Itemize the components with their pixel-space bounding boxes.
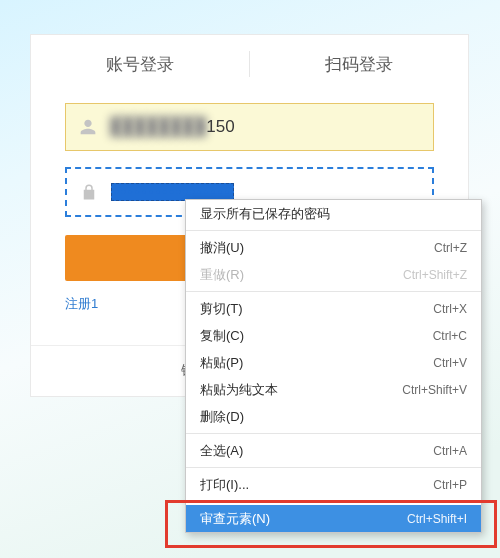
context-menu-separator: [186, 501, 481, 502]
context-menu-label: 全选(A): [200, 442, 243, 460]
username-blurred-part: ████████: [110, 117, 206, 136]
context-menu-label: 复制(C): [200, 327, 244, 345]
tab-account-login[interactable]: 账号登录: [31, 53, 249, 76]
context-menu-item[interactable]: 复制(C)Ctrl+C: [186, 322, 481, 349]
context-menu-item[interactable]: 审查元素(N)Ctrl+Shift+I: [186, 505, 481, 532]
context-menu-shortcut: Ctrl+Shift+Z: [403, 268, 467, 282]
context-menu-label: 重做(R): [200, 266, 244, 284]
context-menu-separator: [186, 291, 481, 292]
context-menu-label: 打印(I)...: [200, 476, 249, 494]
context-menu: 显示所有已保存的密码撤消(U)Ctrl+Z重做(R)Ctrl+Shift+Z剪切…: [185, 199, 482, 533]
user-icon: [66, 118, 110, 136]
context-menu-shortcut: Ctrl+X: [433, 302, 467, 316]
context-menu-label: 撤消(U): [200, 239, 244, 257]
register-link[interactable]: 注册1: [65, 296, 98, 311]
tab-qr-login[interactable]: 扫码登录: [250, 53, 468, 76]
context-menu-label: 删除(D): [200, 408, 244, 426]
context-menu-item: 重做(R)Ctrl+Shift+Z: [186, 261, 481, 288]
context-menu-item[interactable]: 显示所有已保存的密码: [186, 200, 481, 227]
lock-icon: [67, 183, 111, 201]
context-menu-item[interactable]: 删除(D): [186, 403, 481, 430]
context-menu-item[interactable]: 打印(I)...Ctrl+P: [186, 471, 481, 498]
context-menu-shortcut: Ctrl+P: [433, 478, 467, 492]
context-menu-shortcut: Ctrl+Shift+V: [402, 383, 467, 397]
context-menu-shortcut: Ctrl+C: [433, 329, 467, 343]
context-menu-label: 粘贴为纯文本: [200, 381, 278, 399]
context-menu-separator: [186, 433, 481, 434]
context-menu-shortcut: Ctrl+V: [433, 356, 467, 370]
username-field[interactable]: ████████150: [65, 103, 434, 151]
context-menu-item[interactable]: 全选(A)Ctrl+A: [186, 437, 481, 464]
context-menu-shortcut: Ctrl+A: [433, 444, 467, 458]
login-tabs: 账号登录 扫码登录: [31, 35, 468, 93]
username-value: ████████150: [110, 117, 433, 137]
context-menu-label: 显示所有已保存的密码: [200, 205, 330, 223]
context-menu-label: 审查元素(N): [200, 510, 270, 528]
context-menu-separator: [186, 467, 481, 468]
context-menu-shortcut: Ctrl+Z: [434, 241, 467, 255]
context-menu-label: 剪切(T): [200, 300, 243, 318]
context-menu-label: 粘贴(P): [200, 354, 243, 372]
context-menu-item[interactable]: 撤消(U)Ctrl+Z: [186, 234, 481, 261]
context-menu-item[interactable]: 剪切(T)Ctrl+X: [186, 295, 481, 322]
context-menu-item[interactable]: 粘贴(P)Ctrl+V: [186, 349, 481, 376]
context-menu-separator: [186, 230, 481, 231]
context-menu-item[interactable]: 粘贴为纯文本Ctrl+Shift+V: [186, 376, 481, 403]
context-menu-shortcut: Ctrl+Shift+I: [407, 512, 467, 526]
